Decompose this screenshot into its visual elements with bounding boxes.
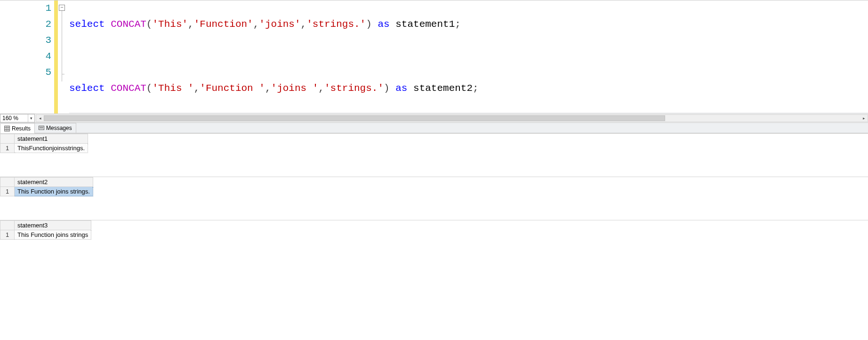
- svg-rect-0: [5, 126, 10, 131]
- fold-toggle-icon[interactable]: −: [59, 5, 65, 11]
- comma: ,: [188, 19, 194, 30]
- row-number[interactable]: 1: [0, 230, 15, 240]
- string-literal: 'strings.': [306, 19, 366, 30]
- column-header[interactable]: statement2: [15, 178, 93, 187]
- column-header[interactable]: statement3: [15, 221, 91, 230]
- alias: statement2: [413, 83, 473, 94]
- result-table[interactable]: statement2 1 This Function joins strings…: [0, 177, 93, 196]
- corner-cell[interactable]: [0, 178, 15, 187]
- tab-messages[interactable]: Messages: [34, 123, 76, 133]
- line-number-gutter: 1 2 3 4 5: [0, 0, 54, 113]
- zoom-value: 160 %: [0, 115, 28, 121]
- semicolon: ;: [455, 19, 461, 30]
- corner-cell[interactable]: [0, 221, 15, 230]
- line-number: 2: [0, 16, 51, 32]
- paren-open: (: [146, 83, 153, 94]
- row-number[interactable]: 1: [0, 144, 15, 153]
- results-panel[interactable]: statement1 1 ThisFunctionjoinsstrings. s…: [0, 133, 868, 340]
- code-area[interactable]: select CONCAT('This','Function','joins',…: [67, 0, 868, 113]
- alias: statement1: [395, 19, 455, 30]
- string-literal: 'strings.': [324, 83, 384, 94]
- fold-guide-end: [62, 74, 64, 74]
- cell-value[interactable]: This Function joins strings: [15, 230, 91, 240]
- result-grid-2: statement2 1 This Function joins strings…: [0, 177, 868, 220]
- editor-footer-bar: 160 % ▾ ◂ ▸: [0, 113, 868, 123]
- chevron-down-icon[interactable]: ▾: [28, 114, 34, 122]
- string-literal: 'This ': [152, 83, 193, 94]
- string-literal: 'joins': [259, 19, 300, 30]
- result-table[interactable]: statement3 1 This Function joins strings: [0, 220, 91, 240]
- string-literal: 'Function': [194, 19, 253, 30]
- corner-cell[interactable]: [0, 134, 15, 144]
- function-concat: CONCAT: [111, 19, 146, 30]
- paren-open: (: [146, 19, 153, 30]
- results-tabs: Results Messages: [0, 123, 868, 133]
- paren-close: ): [384, 83, 390, 94]
- line-number: 1: [0, 0, 51, 16]
- function-concat: CONCAT: [111, 83, 146, 94]
- ssms-window: 1 2 3 4 5 − select CONCAT('This','Functi…: [0, 0, 868, 340]
- messages-icon: [39, 125, 44, 131]
- keyword-as: as: [395, 83, 407, 94]
- scroll-right-icon[interactable]: ▸: [860, 115, 868, 121]
- tab-messages-label: Messages: [46, 125, 72, 131]
- line-number: 4: [0, 49, 51, 65]
- comma: ,: [318, 83, 324, 94]
- scroll-thumb[interactable]: [44, 115, 665, 121]
- comma: ,: [194, 83, 200, 94]
- change-marker-stripe: [54, 0, 58, 113]
- column-header[interactable]: statement1: [15, 134, 88, 144]
- tab-results-label: Results: [12, 125, 31, 132]
- fold-column[interactable]: −: [58, 0, 67, 113]
- cell-value[interactable]: ThisFunctionjoinsstrings.: [15, 144, 88, 153]
- scroll-left-icon[interactable]: ◂: [36, 115, 44, 121]
- sql-editor[interactable]: 1 2 3 4 5 − select CONCAT('This','Functi…: [0, 0, 868, 113]
- grid-icon: [4, 126, 10, 131]
- result-grid-3: statement3 1 This Function joins strings: [0, 220, 868, 263]
- horizontal-scrollbar[interactable]: ◂ ▸: [36, 114, 868, 122]
- cell-value[interactable]: This Function joins strings.: [15, 187, 93, 196]
- row-number[interactable]: 1: [0, 187, 15, 196]
- paren-close: ): [366, 19, 372, 30]
- fold-guide: [62, 11, 62, 81]
- keyword-select: select: [69, 83, 105, 94]
- result-table[interactable]: statement1 1 ThisFunctionjoinsstrings.: [0, 134, 88, 153]
- string-literal: 'This': [152, 19, 188, 30]
- zoom-dropdown[interactable]: 160 % ▾: [0, 114, 35, 122]
- table-row[interactable]: 1 This Function joins strings.: [0, 187, 93, 196]
- tab-results[interactable]: Results: [0, 123, 35, 133]
- comma: ,: [265, 83, 271, 94]
- semicolon: ;: [473, 83, 479, 94]
- line-number: 5: [0, 65, 51, 81]
- string-literal: 'joins ': [271, 83, 319, 94]
- comma: ,: [253, 19, 259, 30]
- comma: ,: [301, 19, 307, 30]
- table-row[interactable]: 1 This Function joins strings: [0, 230, 91, 240]
- keyword-as: as: [378, 19, 389, 30]
- keyword-select: select: [69, 19, 105, 30]
- line-number: 3: [0, 32, 51, 49]
- string-literal: 'Function ': [200, 83, 265, 94]
- result-grid-1: statement1 1 ThisFunctionjoinsstrings.: [0, 133, 868, 177]
- table-row[interactable]: 1 ThisFunctionjoinsstrings.: [0, 144, 88, 153]
